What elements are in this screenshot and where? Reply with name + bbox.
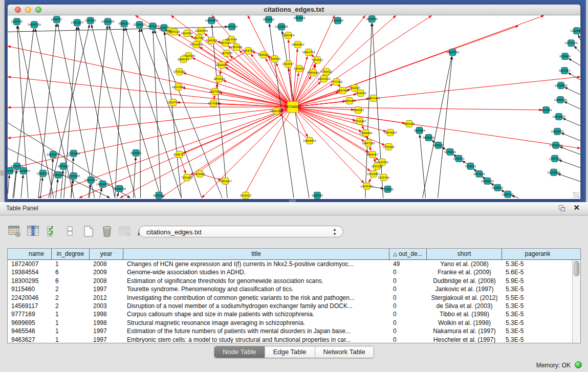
svg-text:1640954: 1640954 — [413, 129, 425, 132]
table-row[interactable]: 1872400712008Changes of HCN gene express… — [8, 260, 572, 268]
svg-text:16210122: 16210122 — [317, 77, 330, 80]
svg-text:9875685: 9875685 — [221, 52, 232, 55]
table-row[interactable]: 2242004622012Investigating the contribut… — [8, 294, 572, 302]
table-options-icon[interactable] — [7, 224, 23, 238]
column-header-short[interactable]: short — [427, 249, 502, 259]
svg-text:9827505: 9827505 — [193, 36, 204, 39]
float-panel-icon[interactable] — [559, 205, 565, 212]
table-row[interactable]: 1938455462009Genome-wide association stu… — [8, 268, 572, 276]
column-header-pagerank[interactable]: pagerank — [502, 249, 573, 259]
svg-text:17359924: 17359924 — [67, 152, 80, 155]
svg-text:9777169: 9777169 — [331, 80, 342, 83]
show-columns-icon[interactable] — [26, 224, 41, 238]
table-cell: 1 — [52, 336, 90, 343]
table-cell: Nakamura et al. (1997) — [427, 327, 502, 335]
close-panel-icon[interactable]: ✕ — [573, 203, 580, 212]
table-cell: 1997 — [90, 285, 123, 293]
svg-text:16210643: 16210643 — [552, 115, 565, 118]
select-rows-icon[interactable] — [44, 224, 59, 238]
svg-text:11124408: 11124408 — [570, 29, 580, 32]
sort-ascending-icon: △ — [393, 251, 397, 257]
svg-text:15751074: 15751074 — [564, 41, 577, 45]
table-row[interactable]: 977716911998Corpus callosum shape and si… — [8, 310, 572, 318]
svg-text:20206576: 20206576 — [47, 153, 59, 156]
table-cell: 0 — [389, 319, 427, 327]
table-cell: 5.6E-5 — [502, 268, 573, 276]
table-cell: 14569117 — [8, 302, 52, 310]
table-cell: 2012 — [90, 294, 123, 302]
svg-text:7986322: 7986322 — [353, 108, 364, 112]
table-toolbar: f(x) — [7, 223, 155, 240]
network-window-titlebar[interactable]: citations_edges.txt — [8, 5, 580, 15]
svg-text:18807243: 18807243 — [362, 142, 375, 145]
window-resize-grip[interactable] — [573, 192, 579, 198]
tab-node-table[interactable]: Node Table — [214, 346, 265, 358]
network-canvas[interactable]: 2405572240557242093717106532571527602206… — [8, 15, 580, 199]
close-window-button[interactable] — [15, 7, 21, 13]
table-cell: 2 — [52, 294, 90, 302]
svg-text:19218586: 19218586 — [275, 25, 288, 28]
table-cell: 1998 — [90, 319, 123, 327]
table-cell: Wolkin et al. (1998) — [427, 319, 502, 327]
svg-text:1362615: 1362615 — [294, 67, 305, 70]
table-cell: 1998 — [90, 310, 123, 318]
svg-text:2616051: 2616051 — [130, 151, 141, 155]
svg-text:7254402: 7254402 — [181, 176, 192, 179]
table-row[interactable]: 946554611997Estimation of the future num… — [8, 327, 572, 335]
table-cell: Changes of HCN gene expression and I(f) … — [123, 260, 389, 268]
right-rail — [586, 0, 588, 202]
tab-edge-table[interactable]: Edge Table — [265, 346, 315, 358]
delete-column-icon[interactable] — [99, 224, 115, 238]
table-cell: 1 — [52, 327, 90, 335]
svg-text:9975887: 9975887 — [58, 165, 69, 168]
svg-text:10688609: 10688609 — [359, 132, 372, 135]
network-table-select[interactable]: citations_edges.txt ▲▼ — [139, 226, 343, 237]
scrollbar-thumb[interactable] — [574, 261, 579, 276]
column-header-name[interactable]: name — [8, 249, 52, 259]
rows-icon[interactable] — [62, 224, 78, 238]
column-header-in-degree[interactable]: in_degree — [52, 249, 90, 259]
table-row[interactable]: 969969511998Structural magnetic resonanc… — [8, 319, 572, 327]
svg-text:7955812: 7955812 — [312, 58, 323, 61]
table-row[interactable]: 946362711997Embryonic stem cells: a mode… — [8, 336, 572, 343]
svg-text:12103343: 12103343 — [547, 171, 560, 174]
minimize-window-button[interactable] — [25, 7, 31, 13]
table-cell: 1 — [52, 319, 90, 327]
table-cell: 18724007 — [8, 260, 52, 268]
svg-text:8186328: 8186328 — [206, 39, 217, 42]
table-cell: 9115460 — [8, 285, 52, 293]
svg-text:16053809: 16053809 — [205, 19, 218, 22]
column-header-title[interactable]: title — [123, 249, 389, 259]
svg-text:9152481: 9152481 — [194, 172, 205, 176]
vertical-scrollbar[interactable] — [572, 260, 580, 343]
table-tabs-row: Node TableEdge TableNetwork Table — [0, 346, 588, 358]
table-row[interactable]: 911546021997Tourette syndrome. Phenomeno… — [8, 285, 572, 293]
table-row[interactable]: 1456911722003Disruption of a novel membe… — [8, 302, 572, 310]
table-cell: 9465546 — [8, 327, 52, 335]
table-cell: 1997 — [90, 327, 123, 335]
table-cell: Structural magnetic resonance image aver… — [123, 319, 389, 327]
svg-text:1588520: 1588520 — [269, 57, 280, 60]
svg-text:19654923: 19654923 — [384, 131, 397, 134]
table-cell: de Silva et al. (2003) — [427, 302, 502, 310]
table-cell: Disruption of a novel member of a sodium… — [123, 302, 389, 310]
table-row[interactable]: 1830029562008Estimation of significance … — [8, 277, 572, 285]
table-cell: 0 — [389, 268, 427, 276]
svg-text:7462667: 7462667 — [349, 86, 360, 90]
column-header-year[interactable]: year — [90, 249, 123, 259]
new-column-icon[interactable] — [81, 224, 96, 238]
table-cell: 0 — [389, 302, 427, 310]
svg-text:12093822: 12093822 — [554, 84, 567, 87]
table-cell: Investigating the contribution of common… — [123, 294, 389, 302]
column-header-out-de-[interactable]: △out_de... — [389, 249, 427, 259]
svg-text:1615152: 1615152 — [372, 165, 383, 168]
zoom-window-button[interactable] — [35, 7, 41, 13]
network-graph[interactable]: 2405572240557242093717106532571527602206… — [8, 15, 580, 199]
tab-network-table[interactable]: Network Table — [315, 346, 374, 358]
table-cell: 5.3E-5 — [502, 302, 573, 310]
table-panel-title: Table Panel — [6, 205, 38, 212]
table-cell: 9699695 — [8, 319, 52, 327]
table-cell: 6 — [52, 277, 90, 285]
table-cell: 2003 — [90, 302, 123, 310]
rail-handle[interactable] — [1, 170, 4, 176]
